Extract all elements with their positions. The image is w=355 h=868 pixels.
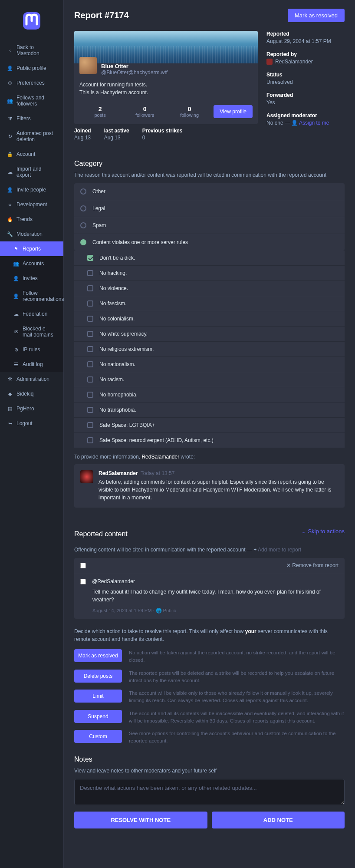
post-text: Tell me about it! I had to change my out… [80, 588, 339, 604]
rule-list: Don't be a dick.No hacking.No violence.N… [74, 251, 345, 448]
avatar [79, 57, 97, 74]
checkbox-icon [87, 316, 93, 322]
nav-filters[interactable]: ⧩Filters [0, 111, 63, 126]
post-checkbox[interactable] [80, 579, 86, 584]
nav-follows[interactable]: 👥Follows and followers [0, 90, 63, 111]
rule-label: No violence. [99, 285, 128, 291]
action-desc-text: The account will be visible only to thos… [129, 690, 345, 705]
code-icon: ‹› [7, 202, 13, 207]
nav-invites[interactable]: 👤Invites [0, 271, 63, 286]
mark-resolved-button[interactable]: Mark as resolved [288, 9, 345, 22]
nav-development[interactable]: ‹›Development [0, 197, 63, 212]
skip-to-actions-link[interactable]: ⌄Skip to actions [301, 528, 345, 535]
checkbox-icon [87, 331, 93, 337]
checkbox-icon [87, 285, 93, 291]
resolve-with-note-button[interactable]: RESOLVE WITH NOTE [74, 812, 207, 828]
post-meta: August 14, 2024 at 1:59 PM · 🌐 Public [80, 608, 339, 614]
nav-administration[interactable]: ⚒Administration [0, 372, 63, 386]
action-button[interactable]: Delete posts [74, 670, 122, 683]
nav-ip-rules[interactable]: ⊚IP rules [0, 342, 63, 357]
main-content: Report #7174 Mark as resolved Blue Otter… [64, 0, 355, 868]
cloud-icon: ☁ [13, 311, 19, 317]
cloud-icon: ☁ [7, 169, 13, 175]
action-button[interactable]: Custom [74, 730, 122, 743]
view-profile-button[interactable]: View profile [214, 105, 253, 118]
nav-moderation[interactable]: 🔧Moderation [0, 227, 63, 241]
rule-label: Safe Space: LGTBQIA+ [99, 422, 155, 428]
nav-accounts[interactable]: 👥Accounts [0, 256, 63, 271]
add-more-link[interactable]: Add more to report [258, 547, 301, 553]
reported-content-table: ✕ Remove from report @RedSalamander Tell… [74, 558, 345, 619]
nav-trends[interactable]: 🔥Trends [0, 212, 63, 227]
person-icon: 👤 [7, 66, 13, 71]
nav-preferences[interactable]: ⚙Preferences [0, 76, 63, 90]
cat-rules[interactable]: Content violates one or more server rule… [74, 234, 345, 251]
people-icon: 👥 [13, 261, 19, 267]
action-desc-text: The account and all its contents will be… [129, 710, 345, 725]
category-list: Other Legal Spam Content violates one or… [74, 183, 345, 251]
nav-sidekiq[interactable]: ◆Sidekiq [0, 386, 63, 401]
comment-time: Today at 13:57 [141, 470, 175, 476]
profile-card: Blue Otter @BlueOtter@hachyderm.wtf Acco… [74, 31, 258, 124]
nav-blocked-email[interactable]: ✉Blocked e-mail domains [0, 321, 63, 342]
remove-from-report-link[interactable]: ✕ Remove from report [286, 562, 339, 568]
cat-other[interactable]: Other [74, 183, 345, 200]
rule-item[interactable]: Don't be a dick. [74, 251, 345, 266]
select-all-checkbox[interactable] [80, 563, 86, 568]
nav-logout[interactable]: ↪Logout [0, 416, 63, 431]
rule-label: No white supremacy. [99, 331, 148, 337]
cat-spam[interactable]: Spam [74, 217, 345, 234]
nav-back[interactable]: ‹Back to Mastodon [0, 40, 63, 61]
action-button[interactable]: Mark as resolved [74, 649, 122, 662]
reporter-name[interactable]: RedSalamander [275, 59, 313, 65]
rule-item[interactable]: No colonialism. [74, 311, 345, 327]
nav-federation[interactable]: ☁Federation [0, 307, 63, 321]
nav-account[interactable]: 🔒Account [0, 147, 63, 162]
list-icon: ☰ [13, 362, 19, 367]
notes-title: Notes [74, 756, 345, 763]
rule-label: No religious extremism. [99, 346, 154, 352]
assign-to-me-link[interactable]: Assign to me [299, 120, 329, 126]
notes-textarea[interactable] [74, 779, 345, 805]
chevron-down-icon: ⌄ [301, 528, 306, 535]
meta-strikes: Previous strikes0 [142, 128, 183, 141]
nav-reports[interactable]: ⚑Reports [0, 241, 63, 256]
rule-item[interactable]: No racism. [74, 372, 345, 387]
rule-item[interactable]: No white supremacy. [74, 327, 345, 342]
plus-icon: + [253, 547, 256, 553]
user-icon: 👤 [291, 120, 298, 126]
action-button[interactable]: Suspend [74, 710, 122, 723]
page-title: Report #7174 [74, 10, 129, 20]
action-button[interactable]: Limit [74, 690, 122, 703]
nav-follow-rec[interactable]: 👤Follow recommendations [0, 286, 63, 307]
nav-public-profile[interactable]: 👤Public profile [0, 61, 63, 76]
rule-item[interactable]: No transphobia. [74, 403, 345, 418]
stat-posts: 2posts [79, 106, 121, 118]
nav-auto-delete[interactable]: ↻Automated post deletion [0, 126, 63, 147]
rule-item[interactable]: No religious extremism. [74, 342, 345, 357]
rule-item[interactable]: No nationalism. [74, 357, 345, 372]
report-metadata: ReportedAugust 29, 2024 at 1:57 PM Repor… [266, 31, 345, 147]
rule-label: No fascism. [99, 300, 127, 307]
offending-desc: Offending content will be cited in commu… [74, 547, 345, 553]
checkbox-icon [87, 346, 93, 352]
rule-item[interactable]: No hacking. [74, 266, 345, 281]
rule-item[interactable]: No violence. [74, 281, 345, 296]
globe-icon: ⊚ [13, 347, 19, 353]
checkbox-icon [87, 300, 93, 307]
rule-item[interactable]: Safe Space: LGTBQIA+ [74, 418, 345, 433]
checkbox-icon [87, 407, 93, 413]
nav-invite[interactable]: 👤Invite people [0, 182, 63, 197]
bio: Account for running fun tests. This is a… [74, 76, 258, 102]
add-note-button[interactable]: ADD NOTE [212, 812, 345, 828]
rule-item[interactable]: No fascism. [74, 296, 345, 311]
fire-icon: 🔥 [7, 217, 13, 222]
nav-pghero[interactable]: ▤PgHero [0, 401, 63, 416]
cat-legal[interactable]: Legal [74, 200, 345, 217]
rule-item[interactable]: Safe Space: neurodivergent (ADHD, Autism… [74, 433, 345, 448]
post-author: @RedSalamander [92, 578, 135, 584]
nav-audit[interactable]: ☰Audit log [0, 357, 63, 372]
rule-item[interactable]: No homophobia. [74, 387, 345, 403]
stat-following: 0following [169, 106, 210, 118]
nav-import-export[interactable]: ☁Import and export [0, 162, 63, 182]
